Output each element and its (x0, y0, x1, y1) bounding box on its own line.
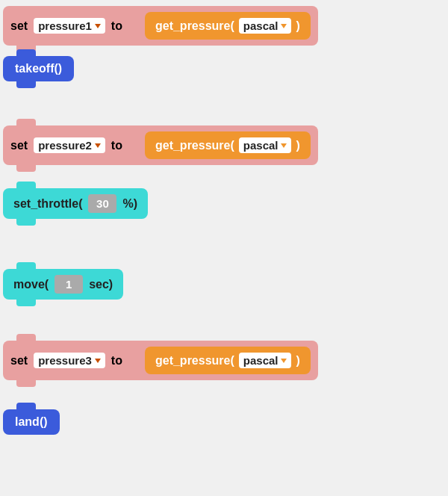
move-value[interactable]: 1 (55, 275, 83, 294)
close-paren-6: ) (296, 354, 299, 368)
close-paren-1: ) (296, 19, 299, 33)
pressure1-var-label: pressure1 (38, 19, 92, 32)
to-label-1: to (111, 19, 122, 33)
pressure2-var-label: pressure2 (38, 139, 92, 152)
get-pressure-label-3: get_pressure( (155, 139, 234, 152)
throttle-label: set_throttle( (13, 197, 82, 211)
set-label-1: set (10, 19, 28, 33)
set-label-3: set (10, 139, 28, 152)
block-move[interactable]: move( 1 sec) (3, 269, 123, 300)
land-label: land() (15, 415, 48, 428)
get-pressure-label-1: get_pressure( (155, 19, 234, 33)
takeoff-label: takeoff() (15, 62, 62, 75)
pressure3-dropdown-arrow (95, 359, 101, 363)
pascal-unit-1: pascal (243, 19, 279, 32)
move-label: move( (13, 278, 49, 291)
pressure2-dropdown-arrow (95, 143, 101, 148)
block-set-throttle[interactable]: set_throttle( 30 %) (3, 188, 148, 219)
pressure2-dropdown[interactable]: pressure2 (34, 137, 105, 153)
block-set-pressure1[interactable]: set pressure1 to get_pressure( pascal ) (3, 6, 318, 46)
close-paren-3: ) (296, 139, 299, 152)
pascal-unit-6: pascal (243, 354, 279, 367)
block-land[interactable]: land() (3, 409, 60, 435)
get-pressure-block-6[interactable]: get_pressure( pascal ) (145, 347, 311, 374)
pascal-arrow-6 (281, 359, 287, 363)
pascal-unit-3: pascal (243, 139, 279, 152)
set-label-6: set (10, 354, 28, 368)
to-label-3: to (111, 139, 122, 152)
get-pressure-block-3[interactable]: get_pressure( pascal ) (145, 131, 311, 159)
pressure3-var-label: pressure3 (38, 354, 92, 367)
throttle-suffix: %) (122, 197, 137, 211)
to-label-6: to (111, 354, 122, 368)
block-takeoff[interactable]: takeoff() (3, 56, 74, 81)
pascal-arrow-1 (281, 24, 287, 28)
pressure3-dropdown[interactable]: pressure3 (34, 353, 105, 368)
pressure1-dropdown[interactable]: pressure1 (34, 18, 105, 34)
get-pressure-label-6: get_pressure( (155, 354, 234, 368)
pascal-dropdown-3[interactable]: pascal (239, 137, 292, 153)
pascal-dropdown-6[interactable]: pascal (239, 353, 292, 368)
block-set-pressure3[interactable]: set pressure3 to get_pressure( pascal ) (3, 341, 318, 380)
pascal-arrow-3 (281, 143, 287, 148)
get-pressure-block-1[interactable]: get_pressure( pascal ) (145, 12, 311, 40)
move-suffix: sec) (89, 278, 113, 291)
pascal-dropdown-1[interactable]: pascal (239, 18, 292, 34)
blocks-canvas: set pressure1 to get_pressure( pascal ) … (0, 0, 448, 496)
pressure1-dropdown-arrow (95, 24, 101, 28)
throttle-value[interactable]: 30 (88, 194, 116, 213)
block-set-pressure2[interactable]: set pressure2 to get_pressure( pascal ) (3, 125, 318, 165)
